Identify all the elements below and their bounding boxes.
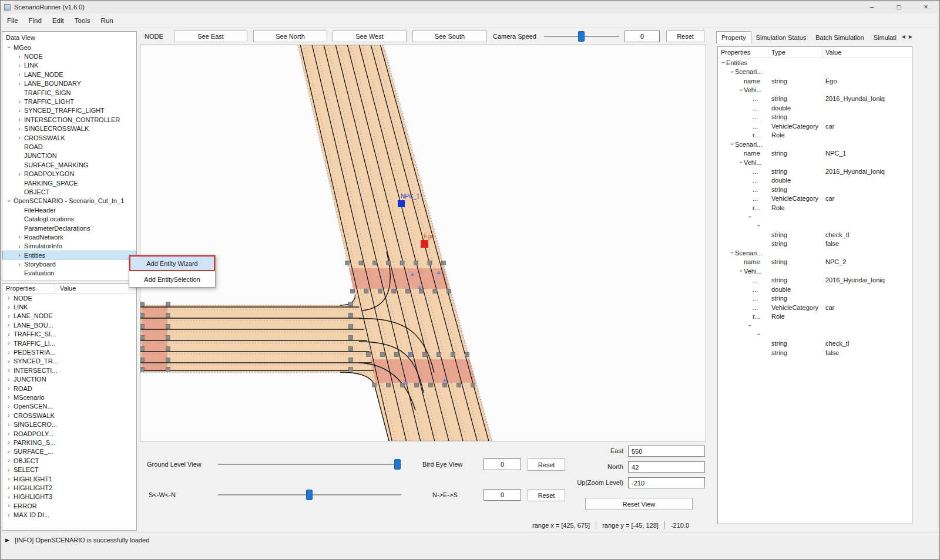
- props-item-highlight2[interactable]: ›HIGHLIGHT2: [2, 483, 136, 492]
- collapse-icon[interactable]: ›: [756, 332, 762, 338]
- props-item-object[interactable]: ›OBJECT: [2, 456, 136, 465]
- property-row-vehi[interactable]: ›Vehi...: [718, 158, 912, 167]
- expand-icon[interactable]: ›: [6, 349, 12, 356]
- expand-icon[interactable]: ›: [6, 376, 12, 383]
- props-item-highlight3[interactable]: ›HIGHLIGHT3: [2, 492, 136, 501]
- expand-icon[interactable]: ›: [16, 243, 22, 249]
- tab-simulation-status[interactable]: Simulation Status: [751, 32, 811, 43]
- props-item-road[interactable]: ›ROAD: [2, 384, 136, 393]
- expand-icon[interactable]: ›: [6, 331, 12, 338]
- tree-item-node[interactable]: ›NODE: [2, 52, 136, 60]
- collapse-icon[interactable]: ›: [738, 268, 744, 274]
- tree-item-surface-marking[interactable]: ›SURFACE_MARKING: [2, 160, 136, 169]
- expand-icon[interactable]: ›: [6, 494, 12, 500]
- props-item-lane-node[interactable]: ›LANE_NODE: [2, 312, 136, 321]
- collapse-icon[interactable]: ›: [729, 250, 736, 256]
- expand-icon[interactable]: ›: [6, 385, 12, 392]
- props-item-traffic-li[interactable]: ›TRAFFIC_LI...: [2, 339, 136, 348]
- property-row-item[interactable]: ›...VehicleCategorycar: [718, 303, 912, 312]
- expand-icon[interactable]: ›: [6, 484, 12, 491]
- expand-icon[interactable]: ›: [16, 107, 22, 114]
- tree-item-entities[interactable]: ›Entities: [2, 251, 136, 259]
- tree-item-object[interactable]: ›OBJECT: [2, 187, 136, 196]
- tree-item-lane-node[interactable]: ›LANE_NODE: [2, 70, 136, 79]
- see-west-button[interactable]: See West: [333, 31, 407, 42]
- see-north-button[interactable]: See North: [253, 31, 327, 42]
- expand-icon[interactable]: ›: [6, 367, 12, 373]
- see-south-button[interactable]: See South: [412, 31, 487, 42]
- property-row-name[interactable]: ›namestringEgo: [718, 76, 912, 85]
- props-item-surface[interactable]: ›SURFACE_...: [2, 447, 136, 456]
- tree-item-simulatorinfo[interactable]: ›SimulatorInfo: [2, 242, 136, 251]
- expand-icon[interactable]: ›: [16, 126, 22, 132]
- up-zoom-input[interactable]: [628, 477, 705, 488]
- props-item-intersecti[interactable]: ›INTERSECTI...: [2, 366, 136, 375]
- expand-icon[interactable]: ›: [16, 171, 22, 177]
- property-row-item[interactable]: ›...string2016_Hyundai_Ioniq: [718, 95, 912, 103]
- props-item-openscen[interactable]: ›OpenSCEN...: [2, 402, 136, 411]
- property-row-r[interactable]: ›r...Role: [718, 203, 912, 212]
- property-row-item[interactable]: ›...double: [718, 176, 912, 185]
- north-input[interactable]: [628, 461, 705, 473]
- npc-1-marker[interactable]: [398, 200, 405, 207]
- property-row-scenari[interactable]: ›Scenari...: [718, 67, 912, 76]
- expand-icon[interactable]: ›: [16, 62, 22, 69]
- tree-item-lane-boundary[interactable]: ›LANE_BOUNDARY: [2, 79, 136, 88]
- map-canvas[interactable]: NPC_1Ego: [140, 45, 706, 441]
- expand-icon[interactable]: ›: [6, 322, 12, 328]
- expand-icon[interactable]: ›: [6, 448, 12, 455]
- tree-item-crosswalk[interactable]: ›CROSSWALK: [2, 133, 136, 142]
- collapse-icon[interactable]: ›: [747, 322, 753, 328]
- props-item-highlight1[interactable]: ›HIGHLIGHT1: [2, 474, 136, 483]
- tree-item-traffic-sign[interactable]: ›TRAFFIC_SIGN: [2, 88, 136, 97]
- collapse-icon[interactable]: ›: [729, 69, 736, 75]
- props-item-singlecro[interactable]: ›SINGLECRO...: [2, 420, 136, 429]
- property-row-item[interactable]: ›...string: [718, 113, 912, 122]
- collapse-icon[interactable]: ›: [747, 214, 753, 220]
- property-row-item[interactable]: ›...string2016_Hyundai_Ioniq: [718, 167, 912, 176]
- property-row-entities[interactable]: ›Entities: [718, 58, 912, 67]
- camera-reset-button[interactable]: Reset: [666, 31, 704, 42]
- property-row-item[interactable]: ›...string: [718, 185, 912, 194]
- tree-item-singlecrosswalk[interactable]: ›SINGLECROSSWALK: [2, 124, 136, 133]
- expand-icon[interactable]: ›: [6, 403, 12, 410]
- column-header-value[interactable]: Value: [55, 285, 76, 292]
- expand-icon[interactable]: ›: [16, 80, 22, 87]
- column-header-type[interactable]: Type: [768, 47, 822, 58]
- menu-edit[interactable]: Edit: [47, 15, 69, 26]
- expand-icon[interactable]: ›: [16, 71, 22, 77]
- tree-item-link[interactable]: ›LINK: [2, 61, 136, 70]
- camera-speed-input[interactable]: [625, 31, 660, 42]
- property-row-false[interactable]: stringfalse: [718, 348, 912, 357]
- tab-batch-simulation[interactable]: Batch Simulation: [811, 32, 869, 43]
- east-input[interactable]: [628, 446, 705, 457]
- expand-icon[interactable]: ›: [16, 116, 22, 123]
- menu-tools[interactable]: Tools: [69, 15, 96, 26]
- camera-speed-slider[interactable]: [544, 31, 619, 42]
- property-row-item[interactable]: ›...double: [718, 103, 912, 112]
- tree-item-roadnetwork[interactable]: ›RoadNetwork: [2, 232, 136, 241]
- swn-slider-handle[interactable]: [306, 490, 313, 500]
- menu-item-add-entityselection[interactable]: Add EntitySelection: [129, 271, 215, 287]
- props-item-select[interactable]: ›SELECT: [2, 465, 136, 474]
- expand-icon[interactable]: ›: [6, 430, 12, 437]
- menu-find[interactable]: Find: [24, 15, 47, 26]
- tree-item-parking-space[interactable]: ›PARKING_SPACE: [2, 178, 136, 187]
- expand-icon[interactable]: ›: [6, 394, 12, 400]
- tree-item-intersection-controller[interactable]: ›INTERSECTION_CONTROLLER: [2, 115, 136, 124]
- tab-scroll-left-icon[interactable]: ◀: [900, 32, 907, 42]
- column-header-value[interactable]: Value: [822, 47, 912, 58]
- tree-item-junction[interactable]: ›JUNCTION: [2, 151, 136, 160]
- column-header-properties[interactable]: Properties: [2, 284, 55, 293]
- ego-marker[interactable]: [421, 240, 428, 248]
- props-item-crosswalk[interactable]: ›CROSSWALK: [2, 411, 136, 420]
- expand-icon[interactable]: ›: [6, 457, 12, 464]
- expand-icon[interactable]: ›: [6, 313, 12, 319]
- property-row-name[interactable]: ›namestringNPC_2: [718, 258, 912, 266]
- property-row-item[interactable]: ›...string: [718, 294, 912, 302]
- ground-level-slider-handle[interactable]: [394, 459, 401, 470]
- nes-reset-button[interactable]: Reset: [528, 489, 565, 501]
- props-item-max-id-di[interactable]: ›MAX ID DI...: [2, 510, 136, 519]
- collapse-icon[interactable]: ›: [738, 87, 744, 93]
- property-row-group[interactable]: ›: [718, 321, 912, 330]
